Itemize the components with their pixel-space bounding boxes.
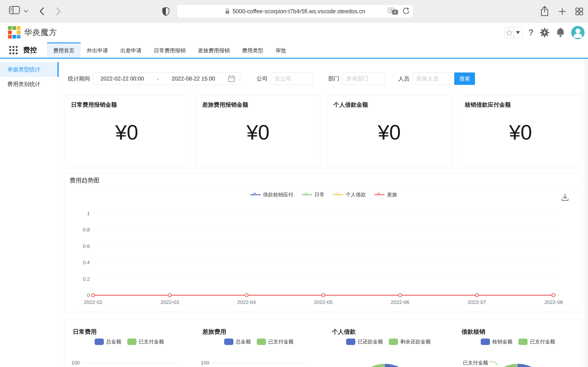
stat-card-title: 个人借款金额 (334, 101, 368, 108)
date-end: 2022-08-22 15:00 (172, 75, 215, 82)
trend-legend-item[interactable]: 个人借款 (333, 191, 366, 198)
trend-legend-item[interactable]: 借款核销应付 (250, 191, 293, 198)
date-range-picker[interactable]: 2022-02-22 00:00 - 2022-08-22 15:00 (93, 73, 240, 85)
search-button[interactable]: 搜索 (454, 73, 475, 85)
app-launcher-icon[interactable] (9, 46, 18, 54)
legend-item[interactable]: 已还款金额 (346, 338, 383, 345)
tab-expense-type[interactable]: 费用类型 (236, 42, 269, 58)
sidebar-toggle-icon[interactable] (9, 6, 20, 15)
legend-label: 剩余还款金额 (400, 338, 431, 345)
back-icon[interactable] (39, 7, 45, 16)
callout-line (489, 359, 500, 366)
tab-overview-icon[interactable] (575, 7, 583, 16)
legend-swatch-icon (257, 339, 266, 345)
favorite-dropdown-icon[interactable] (514, 27, 523, 38)
legend-item[interactable]: 已支付金额 (127, 338, 164, 345)
svg-text:2022-02: 2022-02 (84, 299, 103, 305)
trend-legend-item[interactable]: 日常 (302, 191, 325, 198)
brand-name: 华炎魔方 (24, 27, 57, 38)
help-icon[interactable]: ? (528, 28, 534, 37)
svg-text:2022-06: 2022-06 (391, 299, 409, 305)
trend-panel-title: 费用趋势图 (65, 173, 583, 187)
sidebar-item-expense-category-stats[interactable]: 费用类别统计 (0, 77, 59, 92)
svg-text:0: 0 (87, 292, 90, 298)
forward-icon[interactable] (55, 7, 61, 16)
y-axis: 100 (65, 360, 194, 366)
legend-item[interactable]: 核销金额 (481, 338, 512, 345)
legend-label: 差旅 (387, 191, 397, 198)
main-area: 统计期间 2022-02-22 00:00 - 2022-08-22 15:00… (59, 59, 588, 367)
legend-item[interactable]: 总金额 (95, 338, 121, 345)
company-label: 公司 (257, 75, 268, 82)
privacy-shield-icon[interactable] (162, 7, 170, 16)
department-input[interactable] (342, 73, 385, 85)
legend-item[interactable]: 剩余还款金额 (389, 338, 431, 345)
legend-item[interactable]: 已支付金额 (257, 338, 294, 345)
stat-card-personal-loan: 个人借款金额 ¥0 (327, 95, 452, 166)
svg-text:2022-08: 2022-08 (544, 299, 563, 305)
legend-label: 借款核销应付 (263, 191, 293, 198)
loan-writeoff-chart-group: 借款核销 核销金额 已支付金额 已支付金额 (453, 319, 583, 367)
legend-label: 已还款金额 (358, 338, 383, 345)
trend-line-chart[interactable]: 00.20.40.60.812022-022022-032022-042022-… (65, 187, 583, 311)
chart-title: 个人借款 (332, 328, 356, 336)
module-name: 费控 (23, 45, 37, 55)
company-filter: 公司 (257, 73, 313, 85)
svg-text:2022-03: 2022-03 (161, 299, 179, 305)
svg-text:0.6: 0.6 (83, 243, 90, 249)
legend-swatch-icon (519, 339, 527, 345)
legend-label: 日常 (314, 191, 325, 198)
legend-swatch-icon (224, 339, 233, 345)
travel-expense-chart-group: 差旅费用 总金额 已支付金额 100 (194, 319, 324, 367)
personal-loan-pie-chart[interactable] (353, 364, 417, 367)
trend-legend-item[interactable]: 差旅 (374, 191, 397, 198)
callout-label: 已支付金额 (463, 359, 488, 366)
tab-approval[interactable]: 审批 (269, 42, 292, 58)
gridline (82, 363, 179, 363)
notifications-bell-icon[interactable] (556, 27, 565, 38)
line-marker-icon (302, 193, 312, 197)
line-marker-icon (250, 193, 261, 197)
new-tab-icon[interactable] (559, 8, 566, 15)
favorite-split-button[interactable] (505, 27, 523, 38)
tab-business-trip-request[interactable]: 出差申请 (114, 42, 148, 58)
url-bar[interactable]: 5000-coffee-scorpion-t7b4r5fi.ws.vscode.… (177, 5, 414, 18)
person-filter: 人员 搜索 (398, 73, 475, 85)
calendar-icon (228, 75, 235, 82)
chevron-down-icon[interactable] (23, 10, 28, 13)
period-filter: 统计期间 2022-02-22 00:00 - 2022-08-22 15:00 (68, 73, 240, 85)
tab-outing-request[interactable]: 外出申请 (81, 42, 114, 58)
brand-logo (8, 26, 20, 39)
tab-travel-expense-claim[interactable]: 差旅费用报销 (192, 42, 236, 58)
legend-label: 总金额 (106, 338, 121, 345)
stat-card-daily-expense: 日常费用报销金额 ¥0 (64, 95, 189, 166)
legend-item[interactable]: 已支付金额 (519, 338, 555, 345)
tab-expense-home[interactable]: 费用首页 (47, 42, 81, 58)
line-marker-icon (374, 193, 385, 197)
sidebar-item-doc-type-stats[interactable]: 单据类型统计 (0, 62, 59, 77)
star-icon[interactable] (505, 27, 514, 38)
svg-text:2022-04: 2022-04 (237, 299, 256, 305)
share-icon[interactable] (540, 6, 549, 17)
person-input[interactable] (413, 73, 454, 85)
stat-card-value: ¥0 (458, 121, 583, 144)
scrollbar[interactable] (585, 59, 588, 367)
stat-card-value: ¥0 (196, 121, 320, 144)
daily-expense-chart-group: 日常费用 总金额 已支付金额 100 (65, 319, 194, 367)
stat-card-value: ¥0 (327, 121, 451, 144)
sidebar: 单据类型统计 费用类别统计 (0, 59, 59, 367)
tab-daily-expense-claim[interactable]: 日常费用报销 (148, 42, 192, 58)
settings-gear-icon[interactable] (540, 27, 550, 38)
chart-legend: 已还款金额 剩余还款金额 (324, 338, 453, 345)
reload-icon[interactable] (402, 7, 409, 16)
user-avatar[interactable] (571, 26, 585, 39)
legend-label: 已支付金额 (530, 338, 555, 345)
translate-icon[interactable]: A 文 (388, 7, 398, 16)
legend-item[interactable]: 总金额 (224, 338, 251, 345)
company-input[interactable] (271, 73, 313, 85)
legend-swatch-icon (346, 339, 355, 345)
bottom-charts-panel: 日常费用 总金额 已支付金额 100 差旅费用 总金额 已支付金额 100 个人… (64, 319, 583, 367)
legend-label: 总金额 (236, 338, 251, 345)
download-icon[interactable] (561, 193, 569, 202)
stat-card-travel-expense: 差旅费用报销金额 ¥0 (196, 95, 321, 166)
